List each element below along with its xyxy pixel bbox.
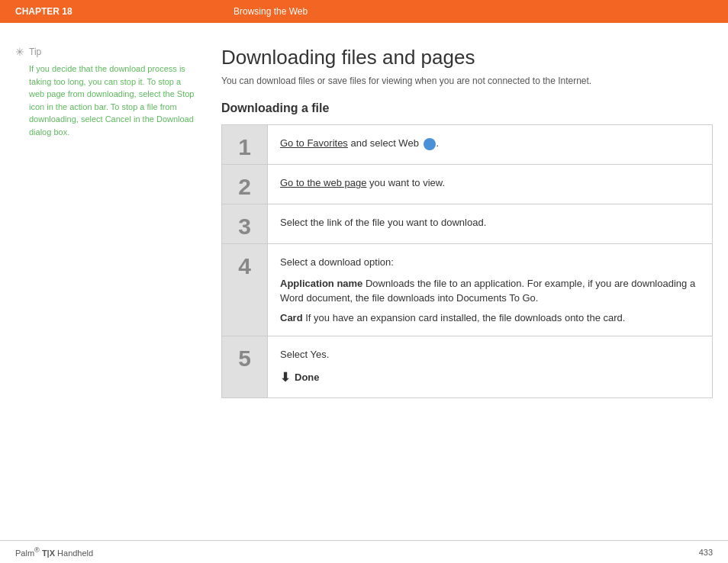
sidebar: ✳ Tip If you decide that the download pr…: [15, 46, 214, 525]
step-2-number: 2: [222, 165, 268, 204]
step-4: 4 Select a download option: Application …: [222, 244, 712, 336]
step-4-content: Select a download option: Application na…: [268, 244, 712, 336]
step-1: 1 Go to Favorites and select Web .: [222, 125, 712, 165]
tip-asterisk-icon: ✳: [15, 46, 24, 58]
step-2-content: Go to the web page you want to view.: [268, 165, 712, 204]
step-4-option-2: Card If you have an expansion card insta…: [280, 310, 700, 326]
step-4-option-2-label: Card: [280, 312, 303, 323]
brand-name: Palm® T|X Handheld: [15, 549, 93, 558]
header-title: Browsing the Web: [234, 6, 308, 17]
content-area: ✳ Tip If you decide that the download pr…: [0, 23, 728, 540]
model-name: T|X: [42, 549, 55, 558]
steps-container: 1 Go to Favorites and select Web . 2 Go …: [221, 124, 713, 398]
page-footer: Palm® T|X Handheld 433: [0, 540, 728, 563]
step-1-number: 1: [222, 125, 268, 164]
step-4-option-1: Application name Downloads the file to a…: [280, 276, 700, 306]
step-5-number: 5: [222, 336, 268, 397]
page-number: 433: [699, 548, 713, 557]
step-2-text: you want to view.: [366, 177, 445, 188]
done-arrow-icon: ⬇: [280, 368, 290, 387]
step-4-option-1-label: Application name: [280, 278, 362, 289]
step-4-intro: Select a download option:: [280, 255, 700, 270]
step-5-text: Select Yes.: [280, 347, 700, 362]
step-5: 5 Select Yes. ⬇ Done: [222, 336, 712, 397]
page-title: Downloading files and pages: [221, 46, 713, 69]
main-content: Downloading files and pages You can down…: [214, 46, 713, 525]
step-3-content: Select the link of the file you want to …: [268, 204, 712, 243]
step-4-option-2-desc: If you have an expansion card installed,…: [305, 312, 625, 323]
step-3-number: 3: [222, 204, 268, 243]
web-icon: [424, 138, 436, 150]
tip-label: Tip: [29, 47, 41, 57]
done-label: Done: [295, 370, 320, 385]
step-2-link[interactable]: Go to the web page: [280, 177, 366, 188]
section-title: Downloading a file: [221, 101, 713, 115]
step-1-content: Go to Favorites and select Web .: [268, 125, 712, 164]
step-3: 3 Select the link of the file you want t…: [222, 204, 712, 244]
chapter-label: CHAPTER 18: [15, 6, 234, 17]
page-header: CHAPTER 18 Browsing the Web: [0, 0, 728, 23]
done-section: ⬇ Done: [280, 368, 700, 387]
step-5-content: Select Yes. ⬇ Done: [268, 336, 712, 397]
step-1-period: .: [436, 137, 439, 149]
step-2: 2 Go to the web page you want to view.: [222, 165, 712, 204]
tip-header: ✳ Tip: [15, 46, 198, 58]
footer-brand: Palm® T|X Handheld: [15, 546, 93, 558]
step-4-number: 4: [222, 244, 268, 336]
tip-body: If you decide that the download process …: [15, 63, 198, 138]
step-1-link[interactable]: Go to Favorites: [280, 137, 348, 149]
step-1-text: and select Web: [348, 137, 422, 149]
page-subtitle: You can download files or save files for…: [221, 76, 713, 86]
